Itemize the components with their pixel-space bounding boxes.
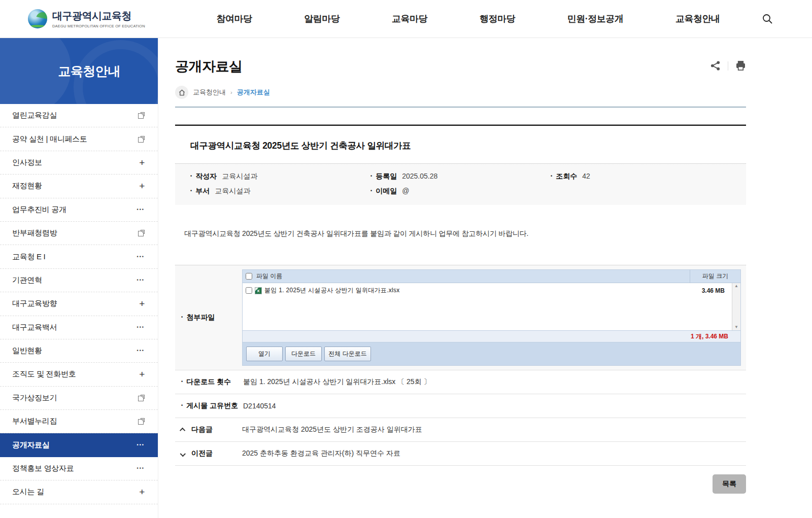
download-button[interactable]: 다운로드 <box>285 347 322 361</box>
file-size: 3.46 MB <box>702 287 729 294</box>
plus-icon <box>139 158 145 167</box>
dots-icon <box>137 255 145 259</box>
logo-globe-icon <box>28 9 47 28</box>
nav-item-office-guide[interactable]: 교육청안내 <box>675 13 720 25</box>
file-row[interactable]: X 붙임 1. 2025년 시설공사 상반기 일위대가표.xlsx 3.46 M… <box>243 285 732 296</box>
site-logo[interactable]: 대구광역시교육청 DAEGU METROPOLITAN OFFICE OF ED… <box>28 9 155 28</box>
post-body-text: 대구광역시교육청 2025년도 상반기 건축공사 일위대가표를 붙임과 같이 게… <box>175 205 746 265</box>
plus-icon <box>139 299 145 308</box>
breadcrumb-current[interactable]: 공개자료실 <box>237 88 270 97</box>
meta-date: 등록일2025.05.28 <box>370 172 551 181</box>
next-post-title[interactable]: 대구광역시교육청 2025년도 상반기 조경공사 일위대가표 <box>242 425 422 434</box>
nav-item-administration[interactable]: 행정마당 <box>480 13 515 25</box>
sidebar-item-finance[interactable]: 재정현황 <box>0 175 158 198</box>
sidebar-item-whitepaper[interactable]: 대구교육백서 <box>0 316 158 339</box>
file-summary: 1 개, 3.46 MB <box>691 332 728 341</box>
main-content: 공개자료실 <box>158 38 812 518</box>
logo-title: 대구광역시교육청 <box>52 9 145 23</box>
external-link-icon <box>138 136 145 143</box>
page-title: 공개자료실 <box>175 57 243 76</box>
prev-post-title[interactable]: 2025 춘하추동 환경교육 관리자(하) 직무연수 자료 <box>242 449 400 458</box>
excel-file-icon: X <box>255 287 262 294</box>
scroll-up-icon[interactable]: ▲ <box>734 284 738 288</box>
sidebar-item-national-symbols[interactable]: 국가상징보기 <box>0 387 158 410</box>
external-link-icon <box>138 230 145 236</box>
sidebar-item-open-data[interactable]: 공개자료실 <box>0 433 158 457</box>
file-button-bar: 열기 다운로드 전체 다운로드 <box>243 342 740 365</box>
sidebar-item-open-office[interactable]: 열린교육감실 <box>0 104 158 127</box>
download-count-row: 다운로드 횟수 붙임 1. 2025년 시설공사 상반기 일위대가표.xlsx … <box>175 370 746 394</box>
nav-item-participation[interactable]: 참여마당 <box>216 13 252 25</box>
share-icon[interactable] <box>710 60 721 71</box>
sidebar-item-expenses[interactable]: 업무추진비 공개 <box>0 198 158 222</box>
sidebar-item-policy-videos[interactable]: 정책홍보 영상자료 <box>0 457 158 480</box>
file-list-header: 파일 이름 파일 크기 <box>243 270 740 283</box>
sidebar-menu: 열린교육감실 공약 실천 | 매니페스토 인사정보 재정현황 업무추진비 공개 … <box>0 104 158 504</box>
sidebar-item-dept-sites[interactable]: 부서별누리집 <box>0 410 158 433</box>
sidebar-header: 교육청안내 <box>0 38 158 104</box>
scroll-down-icon[interactable]: ▼ <box>734 325 738 329</box>
post-meta: 작성자교육시설과 등록일2025.05.28 조회수42 부서교육시설과 이메일… <box>175 163 746 205</box>
post-id-value: D2140514 <box>243 402 276 410</box>
meta-email: 이메일@ <box>370 187 551 196</box>
external-link-icon <box>138 112 145 119</box>
file-name-column-header: 파일 이름 <box>252 272 690 281</box>
attachments-section: 첨부파일 파일 이름 파일 크기 X 붙임 1. 2025년 시설공사 상반기 … <box>175 265 746 370</box>
dots-icon <box>137 208 145 212</box>
list-button[interactable]: 목록 <box>713 474 746 494</box>
nav-item-civil-info[interactable]: 민원·정보공개 <box>567 13 624 25</box>
download-count-value: 붙임 1. 2025년 시설공사 상반기 일위대가표.xlsx 〔 25회 〕 <box>243 377 431 387</box>
sidebar-item-anticorruption[interactable]: 반부패청렴방 <box>0 222 158 245</box>
sidebar: 교육청안내 열린교육감실 공약 실천 | 매니페스토 인사정보 재정현황 업무추… <box>0 38 158 518</box>
sidebar-title: 교육청안내 <box>58 63 120 80</box>
sidebar-item-hr-info[interactable]: 인사정보 <box>0 151 158 175</box>
dots-icon <box>137 349 145 353</box>
plus-icon <box>139 487 145 497</box>
meta-author: 작성자교육시설과 <box>190 172 370 181</box>
dots-icon <box>137 466 145 471</box>
sidebar-item-edu-direction[interactable]: 대구교육방향 <box>0 292 158 316</box>
divider <box>728 61 728 71</box>
sidebar-item-general-status[interactable]: 일반현황 <box>0 339 158 363</box>
nav-item-notice[interactable]: 알림마당 <box>304 13 340 25</box>
chevron-right-icon: › <box>230 89 232 95</box>
file-checkbox[interactable] <box>246 287 252 294</box>
sidebar-item-history[interactable]: 기관연혁 <box>0 269 158 292</box>
dots-icon <box>137 443 145 447</box>
file-list: X 붙임 1. 2025년 시설공사 상반기 일위대가표.xlsx 3.46 M… <box>243 283 732 330</box>
post-title: 대구광역시교육청 2025년도 상반기 건축공사 일위대가표 <box>175 126 746 163</box>
plus-icon <box>139 181 145 191</box>
file-widget: 파일 이름 파일 크기 X 붙임 1. 2025년 시설공사 상반기 일위대가표… <box>242 269 741 366</box>
select-all-checkbox[interactable] <box>246 273 252 280</box>
breadcrumb-root[interactable]: 교육청안내 <box>193 88 226 97</box>
logo-subtitle: DAEGU METROPOLITAN OFFICE OF EDUCATION <box>52 24 145 28</box>
chevron-up-icon <box>180 428 185 433</box>
divider <box>175 465 746 466</box>
file-name: 붙임 1. 2025년 시설공사 상반기 일위대가표.xlsx <box>264 286 699 295</box>
external-link-icon <box>138 395 145 401</box>
sidebar-item-manifesto[interactable]: 공약 실천 | 매니페스토 <box>0 127 158 151</box>
scrollbar[interactable]: ▲ ▼ <box>732 283 740 330</box>
dots-icon <box>137 325 145 330</box>
file-size-column-header: 파일 크기 <box>690 270 740 283</box>
search-icon[interactable] <box>761 11 776 26</box>
home-icon[interactable] <box>175 86 188 99</box>
open-file-button[interactable]: 열기 <box>246 347 283 361</box>
plus-icon <box>139 369 145 379</box>
post-id-row: 게시물 고유번호 D2140514 <box>175 394 746 418</box>
breadcrumb: 교육청안내 › 공개자료실 <box>175 86 746 99</box>
dots-icon <box>137 278 145 283</box>
top-header: 대구광역시교육청 DAEGU METROPOLITAN OFFICE OF ED… <box>0 0 812 38</box>
download-all-button[interactable]: 전체 다운로드 <box>324 347 371 361</box>
sidebar-item-office-ei[interactable]: 교육청 E I <box>0 245 158 268</box>
meta-views: 조회수42 <box>551 172 731 181</box>
nav-item-education[interactable]: 교육마당 <box>392 13 427 25</box>
attachments-label: 첨부파일 <box>181 313 215 322</box>
print-icon[interactable] <box>735 60 746 71</box>
next-post-row[interactable]: 다음글 대구광역시교육청 2025년도 상반기 조경공사 일위대가표 <box>175 418 746 441</box>
sidebar-item-directions[interactable]: 오시는 길 <box>0 480 158 504</box>
sidebar-item-org-chart[interactable]: 조직도 및 전화번호 <box>0 363 158 386</box>
global-nav: 참여마당 알림마당 교육마당 행정마당 민원·정보공개 교육청안내 <box>190 13 746 25</box>
prev-post-row[interactable]: 이전글 2025 춘하추동 환경교육 관리자(하) 직무연수 자료 <box>175 441 746 465</box>
external-link-icon <box>138 418 145 425</box>
